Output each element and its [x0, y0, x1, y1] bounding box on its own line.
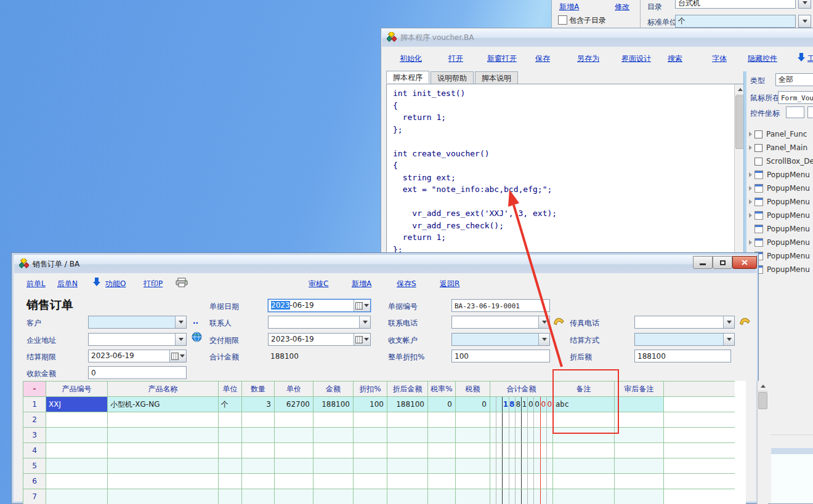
tree-item-PopupMenu[interactable]: PopupMenu: [748, 209, 810, 222]
cell-discount[interactable]: [354, 458, 387, 474]
cell-tax_rate[interactable]: [428, 412, 456, 428]
cell-tax_rate[interactable]: [428, 458, 456, 474]
tree-item-Panel_Func[interactable]: Panel_Func: [748, 128, 807, 140]
grid-scrollbar[interactable]: [757, 381, 768, 504]
catalog-add-link[interactable]: 新增A: [559, 2, 579, 12]
cell-name[interactable]: [108, 412, 219, 428]
cell-code[interactable]: [46, 443, 108, 458]
doc-date-field[interactable]: 2023-06-19: [268, 299, 371, 312]
cell-name[interactable]: [108, 489, 219, 504]
printer-icon[interactable]: [176, 278, 188, 289]
coord-y-field[interactable]: [807, 106, 813, 118]
cell-amount[interactable]: 188100: [313, 397, 354, 412]
tree-item-PopupMenu[interactable]: PopupMenu: [748, 236, 810, 249]
mouse-at-field[interactable]: Form_Vouc: [778, 91, 813, 104]
cell-amount[interactable]: [313, 443, 354, 458]
script-toolbar-link-4[interactable]: 保存: [535, 54, 550, 64]
phone-combo[interactable]: [451, 316, 550, 329]
cell-discount[interactable]: [354, 474, 387, 489]
chevron-right-icon[interactable]: [749, 132, 752, 137]
catalog-edit-link[interactable]: 修改: [615, 2, 629, 12]
order-window-titlebar[interactable]: 销售订单 / BA: [14, 255, 756, 273]
right-toolbar-link-2[interactable]: 新增A: [352, 279, 371, 289]
cell-tax[interactable]: [456, 458, 490, 474]
cell-tax_rate[interactable]: [428, 489, 456, 504]
deliver-date-field[interactable]: 2023-06-19: [268, 333, 371, 346]
pay-method-combo[interactable]: [634, 333, 735, 346]
cell-price[interactable]: [275, 443, 313, 458]
cell-note[interactable]: [553, 458, 615, 474]
cell-tax_rate[interactable]: 0: [428, 397, 456, 412]
script-toolbar-link-8[interactable]: 字体: [712, 54, 727, 64]
cell-code[interactable]: [46, 458, 108, 474]
cell-note[interactable]: [553, 428, 615, 443]
cell-discount[interactable]: [354, 412, 387, 428]
cell-disc_amount[interactable]: [387, 428, 428, 443]
cell-note[interactable]: [553, 443, 615, 458]
cell-tax[interactable]: [456, 412, 490, 428]
cell-disc_amount[interactable]: [387, 489, 428, 504]
phone-icon[interactable]: [737, 314, 752, 329]
tab-3[interactable]: 脚本说明: [475, 71, 518, 84]
chevron-right-icon[interactable]: [749, 240, 752, 245]
cell-disc_amount[interactable]: [387, 474, 428, 489]
cell-tax[interactable]: [456, 474, 490, 489]
cell-tax[interactable]: [456, 443, 490, 458]
cell-audit_note[interactable]: [615, 443, 664, 458]
contact-combo[interactable]: [268, 316, 371, 329]
cell-qty[interactable]: 3: [242, 397, 275, 412]
cell-unit[interactable]: [219, 489, 242, 504]
minimize-button[interactable]: [693, 256, 713, 269]
cell-ledger_digits[interactable]: [490, 474, 553, 489]
cell-code[interactable]: [46, 412, 108, 428]
chevron-right-icon[interactable]: [749, 172, 752, 177]
cell-audit_note[interactable]: [615, 458, 664, 474]
phone-icon[interactable]: [551, 314, 566, 329]
globe-icon[interactable]: [192, 332, 202, 344]
script-toolbar-link-2[interactable]: 打开: [448, 54, 463, 64]
script-toolbar-link-3[interactable]: 新窗打开: [487, 54, 517, 64]
after-discount-field[interactable]: 188100: [634, 350, 731, 362]
cell-disc_amount[interactable]: 188100: [387, 397, 428, 412]
script-toolbar-link-6[interactable]: 界面设计: [621, 54, 651, 64]
cell-disc_amount[interactable]: [387, 443, 428, 458]
cell-amount[interactable]: [313, 458, 354, 474]
tab-2[interactable]: 说明帮助: [431, 71, 474, 84]
cell-amount[interactable]: [313, 489, 354, 504]
cell-amount[interactable]: [313, 474, 354, 489]
customer-combo[interactable]: [88, 316, 187, 329]
cell-code[interactable]: [46, 489, 108, 504]
cell-price[interactable]: [275, 412, 313, 428]
chevron-right-icon[interactable]: [749, 213, 752, 218]
tree-item-PopupMenu[interactable]: PopupMenu: [748, 196, 810, 208]
cell-disc_amount[interactable]: [387, 412, 428, 428]
calendar-button[interactable]: [354, 334, 370, 345]
discount-field[interactable]: 100: [451, 350, 550, 362]
cell-note[interactable]: abc: [553, 397, 615, 412]
cell-note[interactable]: [553, 474, 615, 489]
script-toolbar-link-1[interactable]: 初始化: [400, 54, 422, 64]
left-toolbar-link-1[interactable]: 前单L: [26, 279, 46, 289]
chevron-right-icon[interactable]: [749, 186, 752, 191]
cell-amount[interactable]: [313, 428, 354, 443]
close-button[interactable]: [732, 256, 757, 269]
right-toolbar-link-1[interactable]: 审核C: [309, 279, 328, 289]
cell-ledger_digits[interactable]: [490, 443, 553, 458]
chevron-right-icon[interactable]: [749, 199, 752, 204]
cell-discount[interactable]: 100: [354, 397, 387, 412]
cell-price[interactable]: 62700: [275, 397, 313, 412]
script-toolbar-link-9[interactable]: 隐藏控件: [748, 54, 777, 64]
cell-audit_note[interactable]: [615, 474, 664, 489]
cell-ledger_digits[interactable]: [490, 428, 553, 443]
tree-item-PopupMenu[interactable]: PopupMenu: [748, 169, 810, 181]
cell-name[interactable]: [108, 443, 219, 458]
calendar-button[interactable]: [354, 300, 370, 311]
coord-x-field[interactable]: [786, 106, 804, 118]
script-window-titlebar[interactable]: 脚本程序 voucher.BA: [382, 29, 813, 47]
cell-unit[interactable]: [219, 458, 242, 474]
cell-qty[interactable]: [242, 474, 275, 489]
cell-amount[interactable]: [313, 412, 354, 428]
cell-discount[interactable]: [354, 443, 387, 458]
cell-tax_rate[interactable]: [428, 428, 456, 443]
unit-combo[interactable]: 个: [675, 15, 796, 28]
